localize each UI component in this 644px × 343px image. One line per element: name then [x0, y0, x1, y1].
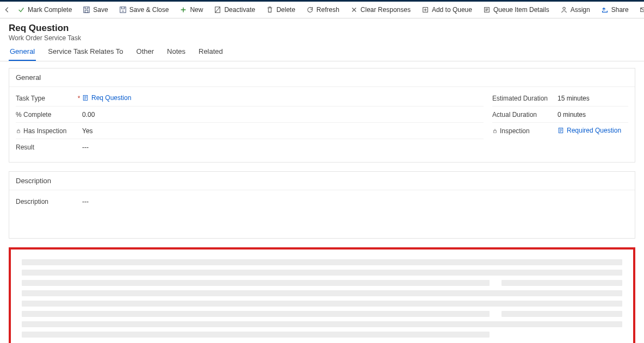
svg-rect-2: [120, 7, 126, 13]
share-button[interactable]: Share: [597, 2, 633, 18]
email-icon: [640, 6, 644, 14]
delete-button[interactable]: Delete: [262, 2, 300, 18]
field-label: Estimated Duration: [492, 95, 558, 102]
form-tabs: General Service Task Relates To Other No…: [0, 42, 644, 61]
deactivate-button[interactable]: Deactivate: [209, 2, 259, 18]
estimated-duration-value: 15 minutes: [558, 95, 628, 102]
field-label: Actual Duration: [492, 111, 558, 119]
field-estimated-duration[interactable]: Estimated Duration 15 minutes: [492, 90, 628, 107]
cmd-label: Save & Close: [129, 6, 169, 14]
svg-rect-11: [17, 130, 20, 133]
queue-details-icon: [483, 6, 491, 14]
tab-notes[interactable]: Notes: [166, 47, 187, 61]
tab-relates-to[interactable]: Service Task Relates To: [47, 47, 124, 61]
lock-icon: [492, 128, 498, 134]
record-header: Req Question Work Order Service Task: [0, 18, 644, 42]
cmd-label: Delete: [276, 6, 295, 14]
record-title: Req Question: [9, 23, 635, 34]
field-result[interactable]: Result ---: [16, 139, 484, 155]
clear-responses-button[interactable]: Clear Responses: [346, 2, 415, 18]
task-type-lookup[interactable]: Req Question: [82, 94, 131, 102]
field-inspection[interactable]: Inspection Required Question: [492, 123, 628, 139]
cmd-label: Mark Complete: [28, 6, 72, 14]
new-button[interactable]: New: [175, 2, 207, 18]
trash-icon: [266, 6, 274, 14]
mark-complete-button[interactable]: Mark Complete: [13, 2, 76, 18]
general-panel-title: General: [9, 68, 635, 87]
lock-icon: [16, 128, 21, 134]
cmd-label: Refresh: [317, 6, 339, 14]
description-panel-title: Description: [9, 172, 635, 190]
save-icon: [83, 6, 90, 14]
field-has-inspection: Has Inspection Yes: [16, 123, 484, 139]
entity-icon: [82, 95, 89, 101]
svg-rect-0: [84, 7, 90, 13]
cmd-label: Share: [611, 6, 629, 14]
tab-general[interactable]: General: [9, 47, 36, 61]
result-value: ---: [82, 144, 484, 151]
save-button[interactable]: Save: [78, 2, 112, 18]
back-icon: [3, 6, 11, 14]
refresh-button[interactable]: Refresh: [302, 2, 344, 18]
actual-duration-value: 0 minutes: [558, 111, 628, 119]
save-close-button[interactable]: Save & Close: [115, 2, 174, 18]
field-description[interactable]: Description ---: [16, 194, 628, 210]
cmd-label: New: [190, 6, 203, 14]
field-label: Description: [16, 198, 76, 205]
has-inspection-value: Yes: [82, 127, 484, 135]
queue-item-details-button[interactable]: Queue Item Details: [479, 2, 554, 18]
field-actual-duration[interactable]: Actual Duration 0 minutes: [492, 107, 628, 123]
add-to-queue-button[interactable]: Add to Queue: [417, 2, 476, 18]
deactivate-icon: [214, 6, 221, 14]
field-label-text: Has Inspection: [23, 127, 66, 135]
field-label: % Complete: [16, 111, 76, 119]
highlighted-loading-panel: [9, 247, 635, 343]
email-link-button[interactable]: Email a Link: [635, 2, 644, 18]
general-left-column: Task Type * Req Question % Complete 0.00: [16, 90, 484, 155]
field-task-type[interactable]: Task Type * Req Question: [16, 90, 484, 107]
cmd-label: Queue Item Details: [493, 6, 549, 14]
field-label: Task Type: [16, 95, 76, 102]
general-right-column: Estimated Duration 15 minutes Actual Dur…: [484, 90, 628, 155]
cmd-label: Save: [93, 6, 108, 14]
form-content: General Task Type * Req Question % Compl…: [0, 61, 644, 343]
task-type-value: Req Question: [91, 94, 131, 102]
record-subtitle: Work Order Service Task: [9, 34, 635, 42]
cmd-label: Add to Queue: [432, 6, 472, 14]
description-panel: Description Description ---: [9, 171, 635, 239]
x-icon: [350, 6, 358, 14]
required-indicator: *: [76, 95, 82, 102]
refresh-icon: [306, 6, 314, 14]
tab-related[interactable]: Related: [197, 47, 224, 61]
tab-other[interactable]: Other: [135, 47, 156, 61]
share-icon: [601, 6, 609, 14]
inspection-value: Required Question: [567, 127, 621, 134]
svg-rect-12: [494, 130, 497, 133]
general-panel: General Task Type * Req Question % Compl…: [9, 68, 635, 163]
description-value: ---: [82, 198, 628, 205]
check-icon: [17, 6, 25, 14]
field-percent-complete[interactable]: % Complete 0.00: [16, 107, 484, 123]
cmd-label: Assign: [571, 6, 590, 14]
save-close-icon: [119, 6, 127, 14]
back-button[interactable]: [3, 2, 11, 18]
cmd-label: Deactivate: [224, 6, 255, 14]
percent-complete-value: 0.00: [82, 111, 484, 119]
svg-point-6: [563, 7, 565, 9]
svg-rect-1: [85, 10, 88, 13]
person-icon: [560, 6, 568, 14]
field-label-text: Inspection: [500, 127, 530, 135]
assign-button[interactable]: Assign: [556, 2, 595, 18]
inspection-lookup[interactable]: Required Question: [558, 127, 621, 134]
cmd-label: Clear Responses: [361, 6, 411, 14]
plus-icon: [179, 6, 187, 14]
command-bar: Mark Complete Save Save & Close New Deac…: [0, 0, 644, 18]
field-label: Result: [16, 144, 76, 151]
entity-icon: [558, 127, 564, 134]
queue-add-icon: [422, 6, 429, 14]
